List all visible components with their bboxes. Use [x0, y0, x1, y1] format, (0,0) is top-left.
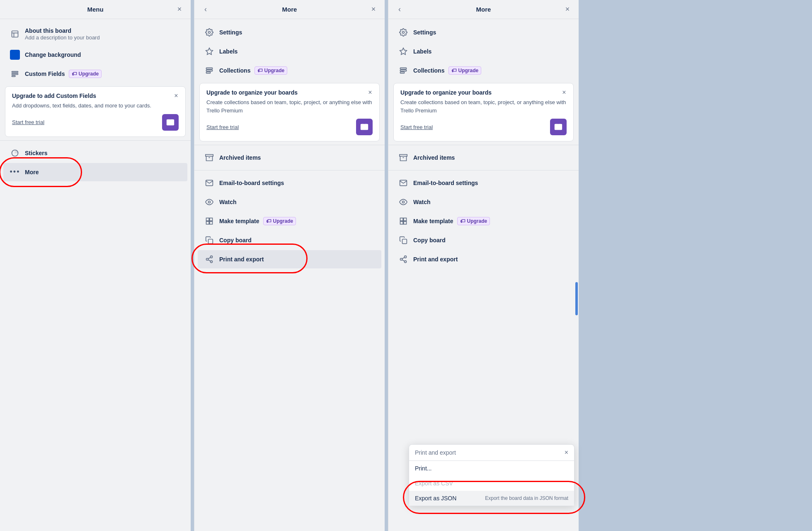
start-trial-link[interactable]: Start free trial [12, 119, 44, 125]
more-label: More [25, 169, 39, 175]
divider-2b [194, 170, 385, 171]
svg-rect-17 [206, 218, 209, 221]
settings-label-2: Settings [413, 29, 436, 36]
template-row-2: Make template 🏷 Upgrade [413, 217, 490, 225]
watch-icon-1 [204, 197, 214, 207]
menu-item-settings-2[interactable]: Settings [392, 23, 575, 41]
divider-3b [388, 170, 579, 171]
menu-item-archived-1[interactable]: Archived items [198, 149, 381, 167]
menu-item-change-background[interactable]: Change background [3, 46, 187, 64]
board-icon [10, 29, 20, 39]
menu-item-settings-1[interactable]: Settings [198, 23, 381, 41]
menu-item-print-export-2[interactable]: Print and export [392, 250, 575, 268]
menu-item-labels-1[interactable]: Labels [198, 42, 381, 61]
svg-point-43 [405, 261, 407, 263]
more-icon: ••• [10, 167, 20, 177]
collections-icon-2 [398, 66, 408, 76]
badge-label-3: Upgrade [273, 218, 293, 224]
menu-item-watch-1[interactable]: Watch [198, 193, 381, 211]
template-label-2: Make template [413, 218, 453, 224]
upgrade-card-collections-close-1[interactable]: × [365, 88, 375, 97]
svg-rect-5 [12, 76, 15, 77]
panel-more-2-close[interactable]: × [561, 3, 574, 16]
separator-2 [385, 0, 388, 531]
panel-more-2-back[interactable]: ‹ [393, 3, 406, 16]
menu-item-custom-fields[interactable]: Custom Fields 🏷 Upgrade [3, 65, 187, 83]
export-json-tooltip: Export the board data in JSON format [485, 495, 568, 501]
template-icon-1 [204, 216, 214, 226]
badge-icon: 🏷 [72, 71, 77, 77]
upgrade-icon-large-3 [550, 119, 567, 135]
svg-marker-9 [206, 48, 213, 55]
upgrade-card-close[interactable]: × [171, 91, 181, 101]
label-icon-1 [204, 46, 214, 56]
panel-more-1-header: ‹ More × [194, 0, 385, 19]
menu-item-more[interactable]: ••• More [3, 163, 187, 181]
panel-menu-close[interactable]: × [173, 3, 186, 16]
panel-more-1-close[interactable]: × [367, 3, 380, 16]
svg-rect-3 [12, 71, 18, 73]
upgrade-icon-large-2 [356, 119, 373, 135]
svg-rect-6 [167, 119, 174, 125]
collections-label-1: Collections [219, 67, 250, 74]
sub-panel-item-print[interactable]: Print... [409, 461, 574, 476]
collections-row-1: Collections 🏷 Upgrade [219, 66, 287, 75]
menu-item-email-2[interactable]: Email-to-board settings [392, 174, 575, 192]
panel-menu-content: About this board Add a description to yo… [0, 19, 191, 185]
sub-panel-item-export-json[interactable]: Export as JSON Export the board data in … [409, 491, 574, 506]
template-row-1: Make template 🏷 Upgrade [219, 217, 296, 225]
custom-fields-badge: 🏷 Upgrade [69, 70, 102, 78]
menu-item-copy-2[interactable]: Copy board [392, 231, 575, 249]
print-label: Print... [415, 465, 431, 472]
panel-menu: Menu × About this board Add a descriptio… [0, 0, 191, 531]
panel-more-1: ‹ More × Settings [194, 0, 385, 531]
menu-item-labels-2[interactable]: Labels [392, 42, 575, 61]
panel-more-1-title: More [282, 6, 297, 13]
sub-panel-close[interactable]: × [565, 449, 568, 456]
menu-item-template-1[interactable]: Make template 🏷 Upgrade [198, 212, 381, 230]
labels-label-1: Labels [219, 48, 238, 55]
menu-item-watch-2[interactable]: Watch [392, 193, 575, 211]
background-swatch [10, 50, 20, 60]
svg-point-23 [206, 258, 208, 261]
menu-item-collections-2[interactable]: Collections 🏷 Upgrade [392, 61, 575, 80]
template-label-1: Make template [219, 218, 259, 224]
panel-menu-title: Menu [87, 6, 103, 13]
upgrade-card-collections-close-2[interactable]: × [559, 88, 569, 97]
upgrade-card-footer: Start free trial [12, 114, 179, 131]
panel-more-2-content: Settings Labels [388, 19, 579, 273]
menu-item-template-2[interactable]: Make template 🏷 Upgrade [392, 212, 575, 230]
start-trial-link-3[interactable]: Start free trial [400, 124, 433, 130]
badge-label-5: Upgrade [467, 218, 487, 224]
menu-item-about-board[interactable]: About this board Add a description to yo… [3, 23, 187, 45]
collections-row-2: Collections 🏷 Upgrade [413, 66, 481, 75]
menu-item-email-1[interactable]: Email-to-board settings [198, 174, 381, 192]
svg-point-41 [405, 256, 407, 258]
label-icon-2 [398, 46, 408, 56]
upgrade-card-collections-1: × Upgrade to organize your boards Create… [199, 83, 380, 141]
menu-item-stickers[interactable]: Stickers [3, 144, 187, 162]
svg-rect-19 [206, 222, 209, 224]
archive-icon-2 [398, 153, 408, 163]
scrollbar-indicator[interactable] [575, 282, 578, 315]
about-board-content: About this board Add a description to yo… [25, 27, 100, 41]
start-trial-link-2[interactable]: Start free trial [206, 124, 239, 130]
menu-item-collections-1[interactable]: Collections 🏷 Upgrade [198, 61, 381, 80]
custom-fields-icon [10, 69, 20, 79]
collections-badge-2: 🏷 Upgrade [448, 66, 481, 75]
menu-item-print-export-1[interactable]: Print and export [198, 250, 381, 268]
sub-panel-item-export-csv[interactable]: Export as CSV [409, 476, 574, 491]
panel-more-1-back[interactable]: ‹ [199, 3, 212, 16]
upgrade-card-collections-footer-1: Start free trial [206, 119, 373, 135]
badge-label-2: Upgrade [264, 68, 284, 73]
svg-rect-11 [206, 70, 213, 71]
svg-rect-20 [210, 222, 213, 224]
svg-rect-30 [400, 70, 407, 71]
menu-item-archived-2[interactable]: Archived items [392, 149, 575, 167]
menu-item-copy-1[interactable]: Copy board [198, 231, 381, 249]
badge-label-4: Upgrade [458, 68, 478, 73]
svg-line-26 [208, 257, 211, 258]
badge-label: Upgrade [78, 71, 99, 77]
sub-panel-print-export: Print and export × Print... Export as CS… [409, 444, 574, 506]
upgrade-card-collections-footer-2: Start free trial [400, 119, 567, 135]
